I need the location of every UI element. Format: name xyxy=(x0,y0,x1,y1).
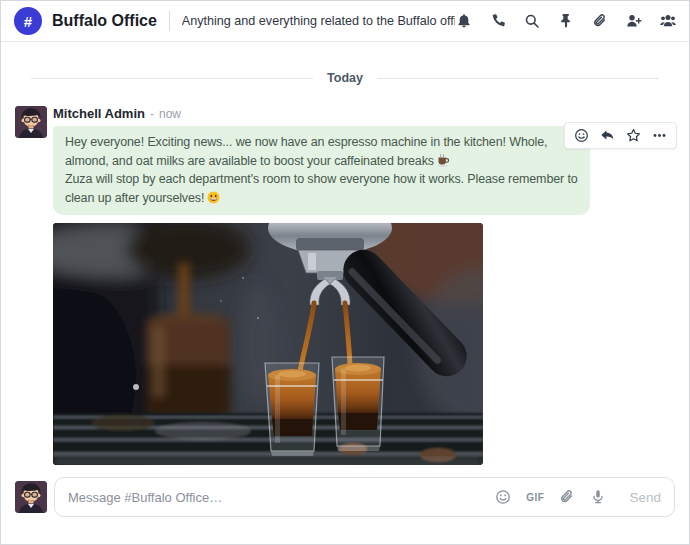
composer-actions: GIF Send xyxy=(495,489,661,505)
message-header: Mitchell Admin - now xyxy=(53,106,590,122)
date-divider-label: Today xyxy=(327,71,363,85)
attach-file-icon[interactable] xyxy=(559,489,575,505)
message-bubble: Hey everyone! Exciting news... we now ha… xyxy=(53,126,590,215)
hot-beverage-emoji xyxy=(437,154,450,167)
add-user-icon[interactable] xyxy=(625,13,642,30)
message-timestamp: now xyxy=(159,107,181,122)
composer-box: GIF Send xyxy=(54,477,675,517)
send-button[interactable]: Send xyxy=(629,490,661,505)
current-user-avatar[interactable] xyxy=(15,481,47,513)
divider-line-right xyxy=(377,78,659,79)
channel-title: Buffalo Office xyxy=(52,12,157,30)
grinning-face-emoji xyxy=(207,191,220,204)
message: Mitchell Admin - now Hey everyone! Excit… xyxy=(1,106,689,465)
message-input[interactable] xyxy=(68,490,485,505)
search-icon[interactable] xyxy=(523,13,540,30)
gif-button[interactable]: GIF xyxy=(526,492,544,503)
message-text-1: Hey everyone! Exciting news... we now ha… xyxy=(65,135,547,168)
discuss-window: # Buffalo Office Anything and everything… xyxy=(0,0,690,545)
bell-icon[interactable] xyxy=(455,13,472,30)
timestamp-separator: - xyxy=(150,107,154,122)
divider-line-left xyxy=(31,78,313,79)
message-text-2: Zuza will stop by each department's room… xyxy=(65,172,578,205)
reply-icon[interactable] xyxy=(600,128,615,143)
message-image-attachment[interactable] xyxy=(53,223,483,465)
emoji-icon[interactable] xyxy=(495,489,511,505)
star-icon[interactable] xyxy=(626,128,641,143)
microphone-icon[interactable] xyxy=(590,489,606,505)
header-divider xyxy=(169,11,170,31)
date-divider: Today xyxy=(31,71,659,85)
channel-header: # Buffalo Office Anything and everything… xyxy=(1,1,689,42)
author-avatar[interactable] xyxy=(15,106,47,138)
add-reaction-icon[interactable] xyxy=(574,128,589,143)
author-name[interactable]: Mitchell Admin xyxy=(53,106,145,121)
message-actions-toolbar xyxy=(564,122,677,149)
pin-icon[interactable] xyxy=(557,13,574,30)
members-icon[interactable] xyxy=(659,13,676,30)
message-list: Today xyxy=(1,42,689,477)
paperclip-icon[interactable] xyxy=(591,13,608,30)
channel-hash-badge: # xyxy=(14,7,42,35)
hash-symbol: # xyxy=(24,13,32,30)
message-content: Mitchell Admin - now Hey everyone! Excit… xyxy=(53,106,590,465)
ellipsis-icon[interactable] xyxy=(652,128,667,143)
channel-description[interactable]: Anything and everything related to the B… xyxy=(182,14,455,28)
message-composer: GIF Send xyxy=(15,477,675,517)
phone-icon[interactable] xyxy=(489,13,506,30)
header-actions xyxy=(455,13,676,30)
